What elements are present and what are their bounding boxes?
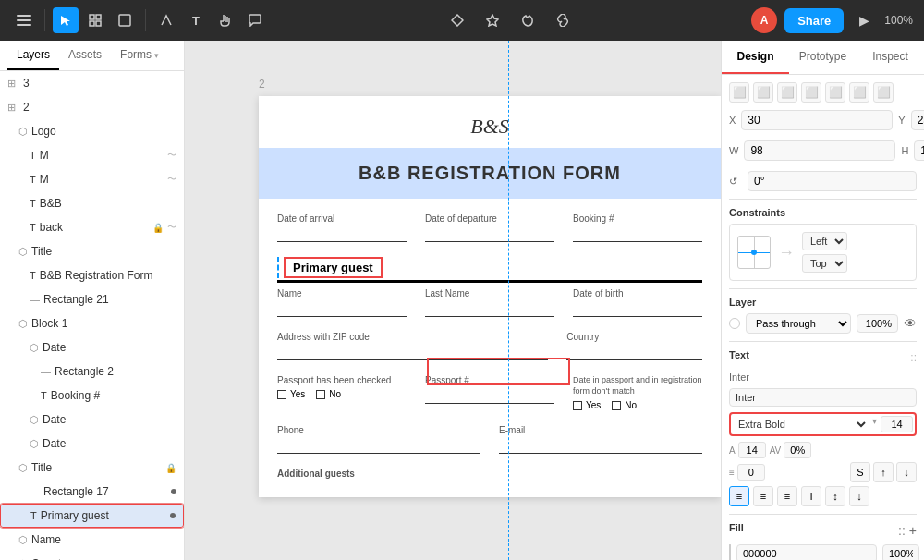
font-size-input[interactable] xyxy=(881,416,913,432)
layer-item-date3[interactable]: ⬡ Date xyxy=(0,432,184,456)
layer-item-rect17[interactable]: — Rectangle 17 xyxy=(0,480,184,504)
layer-item-primary-guest[interactable]: T Primary guest xyxy=(0,504,184,528)
fill-section-label: Fill xyxy=(729,522,744,533)
canvas-area[interactable]: 2 B&S B&B REGISTRATION FORM Date of arri… xyxy=(185,41,721,560)
align-right-button[interactable]: ⬜ xyxy=(777,82,797,103)
layer-item-country[interactable]: ⬡ Country xyxy=(0,552,184,560)
primary-guest-title-row: Primary guest xyxy=(277,257,702,278)
font-name-input[interactable] xyxy=(729,388,917,407)
dark-mode-button[interactable] xyxy=(515,7,541,33)
text-icon: T xyxy=(30,222,36,233)
rotation-input[interactable] xyxy=(748,171,917,191)
move-tool-button[interactable] xyxy=(53,7,79,33)
paragraph-spacing-item: ≡ xyxy=(729,464,765,481)
layer-item-date1[interactable]: ⬡ Date xyxy=(0,335,184,359)
align-left-button[interactable]: ⬜ xyxy=(729,82,749,103)
align-top-button[interactable]: ⬜ xyxy=(801,82,821,103)
alignment-row: ⬜ ⬜ ⬜ ⬜ ⬜ ⬜ ⬜ xyxy=(729,82,917,103)
blend-mode-select[interactable]: Pass through xyxy=(746,313,851,334)
align-center-v-button[interactable]: ⬜ xyxy=(825,82,845,103)
visibility-toggle[interactable]: 👁 xyxy=(904,316,917,331)
x-input[interactable] xyxy=(741,110,893,130)
fill-opacity-input[interactable] xyxy=(882,544,919,560)
date-row: Date of arrival Date of departure Bookin… xyxy=(277,213,702,242)
text-style-btn-2[interactable]: ↑ xyxy=(873,462,894,482)
main-area: Layers Assets Forms ▾ ⊞ 3 ⊞ 2 ⬡ Logo xyxy=(0,41,924,560)
v-constraint-select[interactable]: Top xyxy=(802,254,847,273)
divider-3 xyxy=(729,341,917,342)
layer-item-title2[interactable]: ⬡ Title 🔒 xyxy=(0,456,184,480)
fill-add-button[interactable]: + xyxy=(909,523,917,538)
layer-item-m2[interactable]: T M 〜 xyxy=(0,167,184,191)
prototype-tab[interactable]: Prototype xyxy=(789,41,857,74)
inspect-tab[interactable]: Inspect xyxy=(857,41,924,74)
fill-hex-input[interactable] xyxy=(736,544,877,560)
align-top-text-btn[interactable]: T xyxy=(801,486,821,506)
fill-add-icon[interactable]: :: xyxy=(898,523,906,538)
layer-item-rect21[interactable]: — Rectangle 21 xyxy=(0,287,184,311)
layer-item-m1[interactable]: T M 〜 xyxy=(0,143,184,167)
component-button[interactable] xyxy=(444,7,470,33)
pen-tool-button[interactable] xyxy=(153,7,179,33)
text-style-btn-3[interactable]: ↓ xyxy=(896,462,917,482)
comment-tool-button[interactable] xyxy=(242,7,268,33)
text-section-handle[interactable]: :: xyxy=(910,351,917,364)
svg-marker-9 xyxy=(487,15,498,26)
style-button[interactable] xyxy=(480,7,505,33)
layer-item-name[interactable]: ⬡ Name xyxy=(0,528,184,552)
primary-guest-label: Primary guest xyxy=(41,509,166,522)
layer-item-booking[interactable]: T Booking # xyxy=(0,383,184,408)
svg-rect-8 xyxy=(119,15,130,26)
align-bottom-text-btn[interactable]: ↓ xyxy=(849,486,869,506)
fill-color-swatch[interactable] xyxy=(729,544,731,560)
align-middle-text-btn[interactable]: ↕ xyxy=(825,486,845,506)
align-right-text-btn[interactable]: ≡ xyxy=(777,486,797,506)
text-style-btn-1[interactable]: S xyxy=(850,462,870,482)
h-input[interactable] xyxy=(914,140,924,161)
layer-dot xyxy=(171,489,176,494)
link-button[interactable] xyxy=(550,7,576,33)
forms-tab[interactable]: Forms ▾ xyxy=(111,41,168,70)
primary-guest-text: Primary guest xyxy=(293,261,373,274)
layer-item-rect2[interactable]: — Rectangle 2 xyxy=(0,359,184,383)
play-button[interactable]: ▶ xyxy=(851,7,877,33)
layer-item-title[interactable]: ⬡ Title xyxy=(0,239,184,263)
font-style-select[interactable]: Extra Bold xyxy=(733,416,869,432)
layer-item-back[interactable]: T back 🔒 〜 xyxy=(0,215,184,239)
frame-tool-button[interactable] xyxy=(82,7,108,33)
letter-spacing-input[interactable] xyxy=(784,442,811,458)
line-height-input[interactable] xyxy=(738,442,766,458)
h-constraint-select[interactable]: Left xyxy=(802,232,847,250)
y-input[interactable] xyxy=(911,110,924,130)
layer-item-block1[interactable]: ⬡ Block 1 xyxy=(0,311,184,335)
align-center-text-btn[interactable]: ≡ xyxy=(753,486,773,506)
last-name-field: Last Name xyxy=(425,288,554,317)
layer-item-date2[interactable]: ⬡ Date xyxy=(0,408,184,432)
frame-icon: ⬡ xyxy=(18,246,28,258)
align-center-h-button[interactable]: ⬜ xyxy=(753,82,773,103)
layer-item-bb[interactable]: T B&B xyxy=(0,191,184,215)
paragraph-spacing-input[interactable] xyxy=(737,464,765,481)
share-button[interactable]: Share xyxy=(784,8,844,33)
align-left-text-btn[interactable]: ≡ xyxy=(729,486,749,506)
align-extra-button[interactable]: ⬜ xyxy=(873,82,894,103)
w-input[interactable] xyxy=(744,140,895,161)
text-tool-button[interactable]: T xyxy=(183,7,209,33)
layer-item-bb-reg[interactable]: T B&B Registration Form xyxy=(0,263,184,287)
assets-tab[interactable]: Assets xyxy=(59,41,111,70)
x-label: X xyxy=(729,115,736,126)
lock-icon: 🔒 xyxy=(165,463,176,473)
layers-tab[interactable]: Layers xyxy=(7,41,59,70)
hand-tool-button[interactable] xyxy=(213,7,238,33)
primary-guest-box: Primary guest xyxy=(284,257,383,278)
layer-item-logo[interactable]: ⬡ Logo xyxy=(0,119,184,143)
design-tab[interactable]: Design xyxy=(722,41,789,74)
layer-item[interactable]: ⊞ 3 xyxy=(0,71,184,95)
align-bottom-button[interactable]: ⬜ xyxy=(849,82,869,103)
blue-dashed-line xyxy=(508,41,509,560)
constraint-dot xyxy=(751,250,757,255)
shape-tool-button[interactable] xyxy=(112,7,138,33)
opacity-input[interactable] xyxy=(857,314,898,333)
menu-button[interactable] xyxy=(11,7,37,33)
layer-item[interactable]: ⊞ 2 xyxy=(0,95,184,119)
